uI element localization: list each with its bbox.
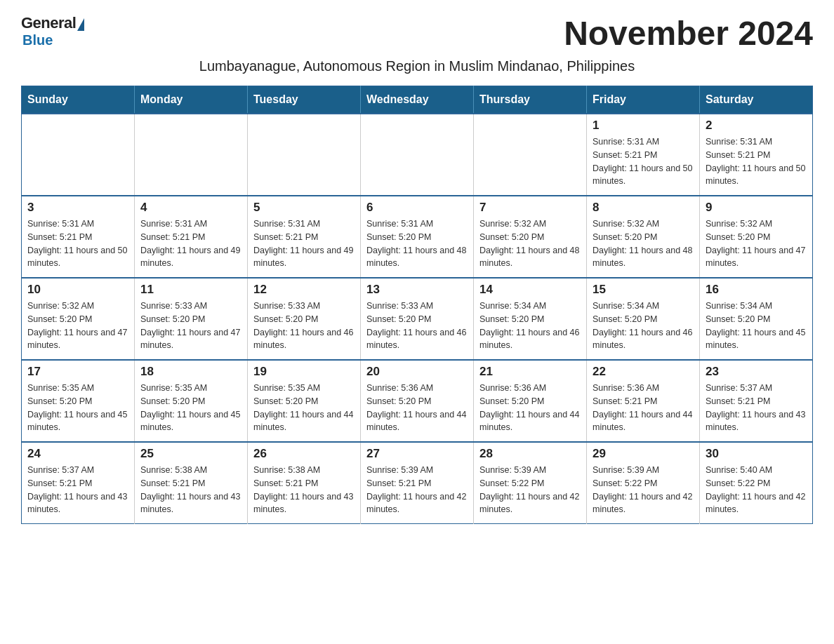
calendar-cell: 20Sunrise: 5:36 AM Sunset: 5:20 PM Dayli… xyxy=(361,360,474,442)
day-info: Sunrise: 5:36 AM Sunset: 5:20 PM Dayligh… xyxy=(479,382,581,434)
calendar-cell: 15Sunrise: 5:34 AM Sunset: 5:20 PM Dayli… xyxy=(587,278,700,360)
calendar-cell: 17Sunrise: 5:35 AM Sunset: 5:20 PM Dayli… xyxy=(22,360,135,442)
calendar-cell: 11Sunrise: 5:33 AM Sunset: 5:20 PM Dayli… xyxy=(135,278,248,360)
day-info: Sunrise: 5:33 AM Sunset: 5:20 PM Dayligh… xyxy=(140,300,241,352)
calendar-cell: 18Sunrise: 5:35 AM Sunset: 5:20 PM Dayli… xyxy=(135,360,248,442)
calendar-header-friday: Friday xyxy=(587,86,700,114)
calendar-cell: 13Sunrise: 5:33 AM Sunset: 5:20 PM Dayli… xyxy=(361,278,474,360)
day-info: Sunrise: 5:35 AM Sunset: 5:20 PM Dayligh… xyxy=(253,382,355,434)
calendar-cell xyxy=(474,114,587,196)
page-title: November 2024 xyxy=(564,14,813,53)
day-number: 10 xyxy=(27,283,128,297)
day-info: Sunrise: 5:34 AM Sunset: 5:20 PM Dayligh… xyxy=(479,300,581,352)
day-info: Sunrise: 5:35 AM Sunset: 5:20 PM Dayligh… xyxy=(27,382,128,434)
day-number: 27 xyxy=(366,447,468,461)
day-number: 28 xyxy=(479,447,581,461)
calendar-header-tuesday: Tuesday xyxy=(248,86,361,114)
day-number: 18 xyxy=(140,365,241,379)
day-number: 20 xyxy=(366,365,468,379)
day-info: Sunrise: 5:36 AM Sunset: 5:20 PM Dayligh… xyxy=(366,382,468,434)
calendar-cell xyxy=(135,114,248,196)
day-number: 23 xyxy=(706,365,807,379)
day-number: 13 xyxy=(366,283,468,297)
day-info: Sunrise: 5:31 AM Sunset: 5:20 PM Dayligh… xyxy=(366,217,468,270)
day-number: 6 xyxy=(366,201,468,215)
day-number: 30 xyxy=(706,447,807,461)
day-number: 22 xyxy=(593,365,694,379)
day-info: Sunrise: 5:32 AM Sunset: 5:20 PM Dayligh… xyxy=(27,300,128,352)
day-number: 24 xyxy=(27,447,128,461)
logo: General Blue xyxy=(21,14,84,48)
day-info: Sunrise: 5:38 AM Sunset: 5:21 PM Dayligh… xyxy=(253,464,355,516)
calendar-cell xyxy=(22,114,135,196)
calendar-cell: 22Sunrise: 5:36 AM Sunset: 5:21 PM Dayli… xyxy=(587,360,700,442)
calendar-header-monday: Monday xyxy=(135,86,248,114)
day-number: 7 xyxy=(479,201,581,215)
calendar-cell: 12Sunrise: 5:33 AM Sunset: 5:20 PM Dayli… xyxy=(248,278,361,360)
day-info: Sunrise: 5:31 AM Sunset: 5:21 PM Dayligh… xyxy=(27,217,128,270)
day-number: 17 xyxy=(27,365,128,379)
day-number: 19 xyxy=(253,365,355,379)
calendar-header-wednesday: Wednesday xyxy=(361,86,474,114)
calendar-cell: 27Sunrise: 5:39 AM Sunset: 5:21 PM Dayli… xyxy=(361,442,474,524)
calendar-cell: 23Sunrise: 5:37 AM Sunset: 5:21 PM Dayli… xyxy=(700,360,813,442)
calendar-cell: 16Sunrise: 5:34 AM Sunset: 5:20 PM Dayli… xyxy=(700,278,813,360)
calendar-cell: 10Sunrise: 5:32 AM Sunset: 5:20 PM Dayli… xyxy=(22,278,135,360)
day-number: 3 xyxy=(27,201,128,215)
day-info: Sunrise: 5:39 AM Sunset: 5:21 PM Dayligh… xyxy=(366,464,468,516)
calendar-cell: 7Sunrise: 5:32 AM Sunset: 5:20 PM Daylig… xyxy=(474,196,587,278)
day-info: Sunrise: 5:31 AM Sunset: 5:21 PM Dayligh… xyxy=(253,217,355,270)
day-info: Sunrise: 5:39 AM Sunset: 5:22 PM Dayligh… xyxy=(593,464,694,516)
day-info: Sunrise: 5:32 AM Sunset: 5:20 PM Dayligh… xyxy=(706,217,807,270)
day-info: Sunrise: 5:32 AM Sunset: 5:20 PM Dayligh… xyxy=(593,217,694,270)
calendar-cell: 5Sunrise: 5:31 AM Sunset: 5:21 PM Daylig… xyxy=(248,196,361,278)
calendar: SundayMondayTuesdayWednesdayThursdayFrid… xyxy=(21,86,813,524)
day-number: 5 xyxy=(253,201,355,215)
day-info: Sunrise: 5:40 AM Sunset: 5:22 PM Dayligh… xyxy=(706,464,807,516)
day-number: 9 xyxy=(706,201,807,215)
calendar-cell: 21Sunrise: 5:36 AM Sunset: 5:20 PM Dayli… xyxy=(474,360,587,442)
logo-general-text: General xyxy=(21,14,76,32)
day-number: 12 xyxy=(253,283,355,297)
calendar-cell: 9Sunrise: 5:32 AM Sunset: 5:20 PM Daylig… xyxy=(700,196,813,278)
calendar-cell: 19Sunrise: 5:35 AM Sunset: 5:20 PM Dayli… xyxy=(248,360,361,442)
day-info: Sunrise: 5:39 AM Sunset: 5:22 PM Dayligh… xyxy=(479,464,581,516)
day-number: 25 xyxy=(140,447,241,461)
day-number: 26 xyxy=(253,447,355,461)
calendar-header-thursday: Thursday xyxy=(474,86,587,114)
day-number: 21 xyxy=(479,365,581,379)
calendar-cell: 3Sunrise: 5:31 AM Sunset: 5:21 PM Daylig… xyxy=(22,196,135,278)
day-info: Sunrise: 5:37 AM Sunset: 5:21 PM Dayligh… xyxy=(706,382,807,434)
calendar-header-row: SundayMondayTuesdayWednesdayThursdayFrid… xyxy=(22,86,813,114)
day-info: Sunrise: 5:31 AM Sunset: 5:21 PM Dayligh… xyxy=(706,135,807,188)
day-info: Sunrise: 5:35 AM Sunset: 5:20 PM Dayligh… xyxy=(140,382,241,434)
day-number: 8 xyxy=(593,201,694,215)
calendar-cell: 26Sunrise: 5:38 AM Sunset: 5:21 PM Dayli… xyxy=(248,442,361,524)
calendar-header-saturday: Saturday xyxy=(700,86,813,114)
calendar-week-row: 3Sunrise: 5:31 AM Sunset: 5:21 PM Daylig… xyxy=(22,196,813,278)
day-info: Sunrise: 5:33 AM Sunset: 5:20 PM Dayligh… xyxy=(366,300,468,352)
calendar-cell: 8Sunrise: 5:32 AM Sunset: 5:20 PM Daylig… xyxy=(587,196,700,278)
day-info: Sunrise: 5:33 AM Sunset: 5:20 PM Dayligh… xyxy=(253,300,355,352)
day-number: 29 xyxy=(593,447,694,461)
day-info: Sunrise: 5:32 AM Sunset: 5:20 PM Dayligh… xyxy=(479,217,581,270)
subtitle: Lumbayanague, Autonomous Region in Musli… xyxy=(21,58,813,74)
calendar-cell: 28Sunrise: 5:39 AM Sunset: 5:22 PM Dayli… xyxy=(474,442,587,524)
day-number: 4 xyxy=(140,201,241,215)
day-info: Sunrise: 5:34 AM Sunset: 5:20 PM Dayligh… xyxy=(706,300,807,352)
calendar-cell: 4Sunrise: 5:31 AM Sunset: 5:21 PM Daylig… xyxy=(135,196,248,278)
day-number: 1 xyxy=(593,119,694,133)
calendar-cell: 2Sunrise: 5:31 AM Sunset: 5:21 PM Daylig… xyxy=(700,114,813,196)
calendar-cell: 24Sunrise: 5:37 AM Sunset: 5:21 PM Dayli… xyxy=(22,442,135,524)
day-info: Sunrise: 5:38 AM Sunset: 5:21 PM Dayligh… xyxy=(140,464,241,516)
day-info: Sunrise: 5:31 AM Sunset: 5:21 PM Dayligh… xyxy=(140,217,241,270)
calendar-cell: 29Sunrise: 5:39 AM Sunset: 5:22 PM Dayli… xyxy=(587,442,700,524)
calendar-cell xyxy=(361,114,474,196)
day-number: 14 xyxy=(479,283,581,297)
calendar-cell: 25Sunrise: 5:38 AM Sunset: 5:21 PM Dayli… xyxy=(135,442,248,524)
day-info: Sunrise: 5:31 AM Sunset: 5:21 PM Dayligh… xyxy=(593,135,694,188)
day-info: Sunrise: 5:34 AM Sunset: 5:20 PM Dayligh… xyxy=(593,300,694,352)
calendar-week-row: 10Sunrise: 5:32 AM Sunset: 5:20 PM Dayli… xyxy=(22,278,813,360)
calendar-cell: 6Sunrise: 5:31 AM Sunset: 5:20 PM Daylig… xyxy=(361,196,474,278)
calendar-week-row: 1Sunrise: 5:31 AM Sunset: 5:21 PM Daylig… xyxy=(22,114,813,196)
